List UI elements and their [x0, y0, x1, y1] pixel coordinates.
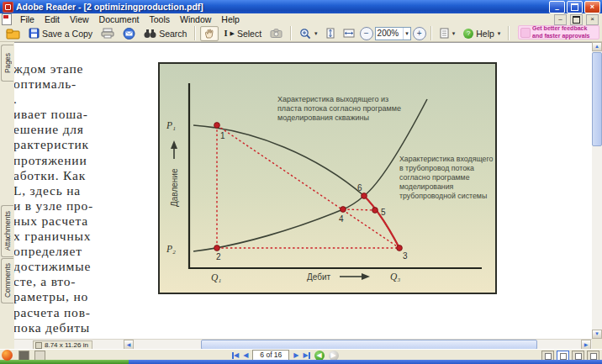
print-button[interactable] — [98, 26, 118, 40]
tool-bar: Save a Copy Search — [0, 25, 602, 42]
vertical-scroll-thumb[interactable] — [592, 52, 602, 146]
toolbar-separator — [194, 26, 196, 40]
dropdown-arrow-icon: ▾ — [498, 30, 501, 37]
xtick-q3: Q₃ — [390, 272, 400, 282]
highlighted-curve-segment — [364, 196, 399, 248]
zoom-out-button[interactable]: − — [360, 27, 373, 40]
x-axis-label: Дебит — [307, 272, 331, 282]
y-axis-label-group: Давление — [170, 140, 179, 207]
menu-bar: File Edit View Document Tools Window Hel… — [0, 13, 602, 26]
tab-pages[interactable]: Pages — [1, 45, 13, 82]
up-arrow-icon — [171, 140, 177, 149]
document-status-icon[interactable] — [18, 351, 29, 361]
menu-help[interactable]: Help — [216, 13, 245, 25]
xtick-q1: Q₁ — [211, 272, 221, 282]
zoom-level-combo[interactable]: 200% ▾ — [375, 27, 411, 40]
zoom-in-tool-button[interactable]: ▾ — [296, 26, 321, 41]
email-icon — [123, 28, 135, 40]
hand-tool-icon — [203, 28, 215, 40]
scroll-down-button[interactable]: ▼ — [592, 330, 602, 339]
menu-tools[interactable]: Tools — [144, 13, 175, 25]
window-title: Adobe Reader - [2 optimizingproduction.p… — [16, 2, 549, 12]
pipeline-inflow-curve — [193, 99, 427, 251]
fit-width-button[interactable] — [340, 26, 358, 40]
text-line: раметры, но — [14, 289, 141, 304]
save-a-copy-button[interactable]: Save a Copy — [25, 26, 96, 40]
document-pane[interactable]: ждом этапе оптималь- . ивает поша- ешени… — [14, 42, 592, 340]
minimize-button[interactable]: – — [549, 1, 565, 13]
menu-edit[interactable]: Edit — [40, 13, 65, 25]
hand-tool-button[interactable] — [200, 26, 219, 41]
pressure-flow-figure: 1 2 3 4 5 6 P₁ P₂ Q₁ Q₃ — [158, 62, 497, 294]
text-line: достижимые — [14, 259, 141, 274]
binoculars-icon — [144, 29, 156, 39]
previous-view-button[interactable]: ◀ — [314, 351, 325, 361]
help-label: Help — [476, 29, 494, 39]
page-display-button[interactable]: ▾ — [436, 26, 459, 40]
y-axis-label: Давление — [170, 168, 179, 207]
dashed-construction-lines — [217, 125, 399, 248]
previous-page-button[interactable]: ◀ — [243, 352, 248, 359]
text-line: оптималь- — [14, 76, 141, 92]
right-arrow-icon — [362, 273, 370, 280]
well-outflow-curve — [193, 125, 399, 248]
text-line: пока дебиты — [14, 320, 141, 335]
text-line: L, здесь на — [14, 183, 141, 198]
feedback-promo-badge[interactable]: Get better feedback and faster approvals — [518, 25, 599, 40]
pipeline-annotation-line: в трубопровод потока — [399, 164, 474, 172]
next-page-button[interactable]: ▶ — [293, 352, 298, 359]
dropdown-arrow-icon: ▾ — [452, 30, 456, 37]
email-button[interactable] — [119, 26, 139, 41]
search-label: Search — [159, 29, 187, 39]
dropdown-arrow-icon: ▾ — [314, 30, 318, 37]
close-button[interactable]: × — [584, 1, 600, 13]
well-annotation-line: пласта потока согласно программе — [277, 104, 401, 113]
snapshot-tool-button[interactable] — [267, 27, 286, 40]
document-status-icon-2[interactable] — [34, 351, 45, 361]
text-line: сте, а вто- — [14, 274, 141, 289]
mdi-minimize-button[interactable]: – — [554, 14, 567, 25]
tab-attachments[interactable]: Attachments — [1, 205, 13, 257]
taskbar-app-icon[interactable] — [2, 350, 13, 361]
well-annotation-line: Характеристика выходящего из — [277, 95, 388, 103]
search-button[interactable]: Search — [140, 27, 190, 40]
menu-document[interactable]: Document — [94, 13, 145, 25]
menu-file[interactable]: File — [15, 13, 40, 25]
restore-button[interactable] — [567, 1, 583, 13]
help-icon: ? — [463, 29, 473, 39]
select-label: Select — [237, 29, 261, 39]
text-line: аботки. Как — [14, 168, 141, 183]
menu-view[interactable]: View — [65, 13, 94, 25]
text-line: расчета пов- — [14, 305, 141, 320]
pipeline-annotation-line: трубопроводной системы — [399, 192, 487, 200]
first-page-button[interactable]: ◀ — [232, 352, 239, 359]
mdi-close-button[interactable]: × — [586, 14, 599, 25]
help-button[interactable]: ? Help ▾ — [460, 27, 504, 40]
scroll-up-button[interactable]: ▲ — [592, 42, 602, 51]
fit-page-icon — [326, 28, 335, 39]
menu-window[interactable]: Window — [175, 13, 216, 25]
cursor-arrow-icon: ▶ — [230, 30, 235, 37]
windows-taskbar-sliver — [0, 360, 602, 364]
magnifier-icon — [299, 28, 311, 40]
text-line: ешение для — [14, 122, 141, 137]
printer-icon — [101, 28, 114, 39]
document-text-column: ждом этапе оптималь- . ивает поша- ешени… — [14, 61, 141, 340]
ytick-p2: P₂ — [166, 244, 176, 254]
zoom-in-button[interactable]: + — [413, 27, 426, 40]
last-page-button[interactable]: ▶ — [303, 352, 309, 359]
zoom-level-value: 200% — [378, 29, 399, 38]
tab-comments[interactable]: Comments — [1, 258, 13, 303]
toolbar-separator — [430, 26, 432, 40]
fit-height-button[interactable] — [323, 26, 338, 40]
main-area: Pages Attachments Comments ждом этапе оп… — [0, 42, 602, 349]
select-tool-button[interactable]: I ▶ Select — [220, 27, 265, 40]
text-line: х граничных — [14, 229, 141, 244]
next-view-button[interactable]: ▶ — [329, 351, 339, 361]
camera-icon — [270, 29, 283, 38]
open-folder-button[interactable] — [3, 26, 24, 41]
vertical-scrollbar[interactable]: ▲ ▼ — [592, 42, 602, 339]
text-line: . — [14, 92, 141, 107]
point-label-6: 6 — [357, 183, 362, 193]
mdi-restore-button[interactable] — [570, 14, 583, 25]
